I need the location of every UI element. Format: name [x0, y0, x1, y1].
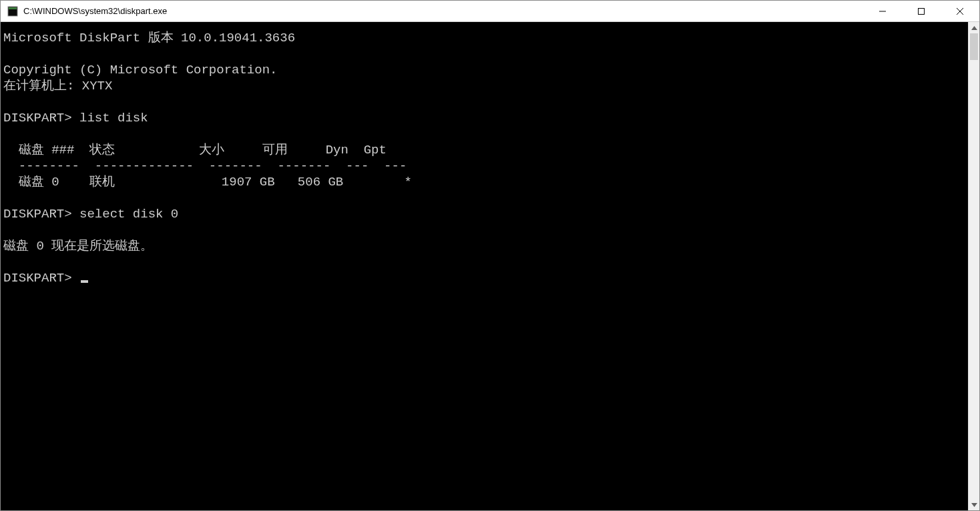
scroll-track[interactable]: [969, 33, 979, 499]
scroll-up-arrow[interactable]: [969, 22, 979, 33]
terminal-line: [3, 94, 968, 110]
terminal-area: Microsoft DiskPart 版本 10.0.19041.3636Cop…: [1, 22, 979, 510]
close-button[interactable]: [941, 1, 979, 22]
cursor: [81, 280, 88, 283]
terminal-line: [3, 254, 968, 270]
terminal-line: -------- ------------- ------- ------- -…: [3, 158, 968, 174]
titlebar: C:\WINDOWS\system32\diskpart.exe: [1, 1, 979, 22]
terminal-output[interactable]: Microsoft DiskPart 版本 10.0.19041.3636Cop…: [1, 22, 968, 510]
terminal-line: 磁盘 ### 状态 大小 可用 Dyn Gpt: [3, 142, 968, 158]
scroll-thumb[interactable]: [970, 33, 978, 60]
terminal-line: DISKPART> select disk 0: [3, 206, 968, 222]
vertical-scrollbar[interactable]: [968, 22, 979, 510]
svg-rect-2: [9, 9, 17, 15]
terminal-line: 在计算机上: XYTX: [3, 78, 968, 94]
terminal-line: DISKPART>: [3, 270, 968, 286]
app-icon: [7, 6, 18, 17]
terminal-line: 磁盘 0 现在是所选磁盘。: [3, 238, 968, 254]
terminal-line: [3, 222, 968, 238]
terminal-line: Copyright (C) Microsoft Corporation.: [3, 62, 968, 78]
terminal-line: [3, 46, 968, 62]
window-controls: [863, 1, 979, 21]
svg-rect-3: [919, 9, 925, 15]
terminal-line: 磁盘 0 联机 1907 GB 506 GB *: [3, 174, 968, 190]
scroll-down-arrow[interactable]: [969, 499, 979, 510]
terminal-line: DISKPART> list disk: [3, 110, 968, 126]
terminal-line: [3, 190, 968, 206]
svg-rect-1: [9, 7, 17, 9]
minimize-button[interactable]: [863, 1, 902, 22]
maximize-button[interactable]: [902, 1, 941, 22]
terminal-line: [3, 126, 968, 142]
terminal-line: Microsoft DiskPart 版本 10.0.19041.3636: [3, 30, 968, 46]
window-title: C:\WINDOWS\system32\diskpart.exe: [23, 1, 863, 22]
